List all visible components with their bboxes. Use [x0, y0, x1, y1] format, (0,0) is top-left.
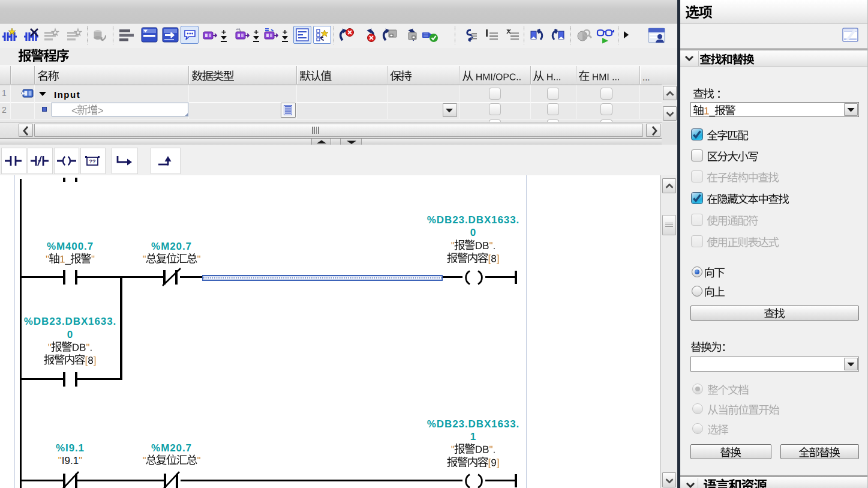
svg-text:??: ?? — [89, 158, 96, 164]
